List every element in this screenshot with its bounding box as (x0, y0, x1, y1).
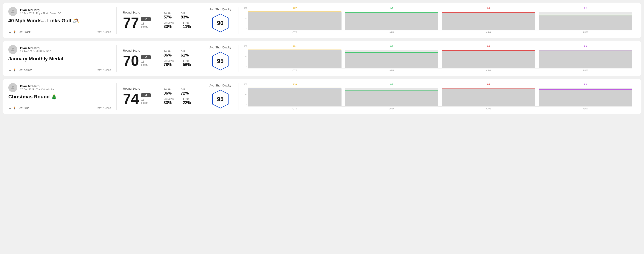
round-title: 40 Mph Winds... Links Golf 🪃 (8, 18, 111, 24)
chart-x-label: ARG (442, 107, 535, 110)
hex-score: 95 (217, 58, 224, 65)
data-source: Data: Arccos (96, 107, 111, 110)
chart-x-label: OTT (248, 107, 342, 110)
svg-point-4 (12, 86, 14, 88)
round-score-label: Round Score (123, 87, 151, 90)
card-quality: Avg Shot Quality 95 (202, 45, 238, 72)
chart-bar (539, 10, 632, 30)
card-quality: Avg Shot Quality 90 (202, 7, 238, 34)
tee-label: Tee: Yellow (18, 68, 32, 72)
card-score: Round Score 77 +5 18 Holes (116, 7, 157, 34)
card-stats: FW Hit 57% GIR 83% Up/Down 33% 1 Putt 11… (157, 7, 202, 34)
gir-label: GIR (181, 88, 189, 91)
stat-gir: GIR 83% (181, 12, 189, 20)
gir-value: 61% (181, 53, 189, 58)
card-chart: 100 50 0 101869699 (238, 45, 636, 72)
card-quality: Avg Shot Quality 95 (202, 83, 238, 110)
stat-one-putt: 1 Putt 56% (183, 59, 191, 67)
card-left: Blair McHarg 12 Feb 2022 · Royal North D… (8, 7, 116, 34)
fw-hit-value: 36% (164, 91, 172, 96)
card-stats: FW Hit 86% GIR 61% Up/Down 78% 1 Putt 56… (157, 45, 202, 72)
one-putt-value: 56% (183, 62, 191, 67)
holes-label: 18 Holes (141, 22, 151, 28)
round-title: January Monthly Medal (8, 56, 111, 62)
quality-label: Avg Shot Quality (209, 46, 231, 49)
score-number: 77 (123, 15, 139, 30)
tee-label: Tee: Black (18, 30, 30, 33)
stat-one-putt: 1 Putt 22% (183, 98, 191, 105)
bag-icon: 🏌 (13, 30, 17, 34)
tee-label: Tee: Blue (18, 107, 29, 110)
hex-score: 90 (217, 20, 224, 26)
chart-x-label: OTT (248, 31, 342, 34)
card-score: Round Score 74 +2 18 Holes (116, 83, 157, 110)
chart-bar (248, 49, 342, 68)
chart-bar (539, 49, 632, 68)
hex-score: 95 (217, 96, 224, 103)
player-info: Blair McHarg 12 Feb 2022 · Royal North D… (20, 8, 61, 15)
fw-hit-value: 57% (164, 15, 172, 20)
player-date: 27 Dec 2021 · The Oxfordshire (20, 88, 54, 91)
player-name: Blair McHarg (20, 8, 61, 12)
up-down-label: Up/Down (164, 59, 174, 62)
gir-value: 83% (181, 15, 189, 20)
bag-icon: 🏌 (13, 106, 17, 110)
gir-label: GIR (181, 50, 189, 53)
fw-hit-value: 86% (164, 53, 172, 58)
card-footer: ☁ 🏌 Tee: Yellow Data: Arccos (8, 68, 111, 72)
stat-row-top: FW Hit 86% GIR 61% (164, 50, 196, 58)
score-diff-badge: +5 (141, 17, 151, 21)
svg-point-0 (12, 10, 14, 11)
stat-row-bottom: Up/Down 33% 1 Putt 11% (164, 21, 196, 29)
score-number: 70 (123, 54, 139, 68)
chart-bar (345, 49, 438, 68)
score-badge: -2 18 Holes (141, 55, 151, 66)
stat-row-bottom: Up/Down 33% 1 Putt 22% (164, 98, 196, 105)
one-putt-label: 1 Putt (183, 98, 191, 100)
score-badge: +2 18 Holes (141, 93, 151, 105)
stat-gir: GIR 72% (181, 88, 189, 96)
round-card-round2: Blair McHarg 29 Jan 2022 · Mill Ride GCC… (3, 41, 641, 76)
chart-bar (248, 87, 342, 106)
player-header: Blair McHarg 29 Jan 2022 · Mill Ride GCC (8, 45, 111, 54)
card-chart: 100 50 0 110879593 (238, 83, 636, 110)
player-name: Blair McHarg (20, 84, 54, 88)
fw-hit-label: FW Hit (164, 12, 172, 15)
chart-x-label: PUTT (539, 31, 632, 34)
stat-row-top: FW Hit 36% GIR 72% (164, 88, 196, 96)
svg-point-2 (12, 48, 14, 50)
card-stats: FW Hit 36% GIR 72% Up/Down 33% 1 Putt 22… (157, 83, 202, 110)
tee-info: ☁ 🏌 Tee: Black (8, 30, 30, 34)
tee-info: ☁ 🏌 Tee: Blue (8, 106, 29, 110)
chart-x-label: ARG (442, 31, 535, 34)
weather-icon: ☁ (8, 106, 12, 110)
up-down-label: Up/Down (164, 98, 174, 100)
data-source: Data: Arccos (96, 68, 111, 72)
chart-bar (442, 10, 535, 30)
chart-x-label: PUTT (539, 107, 632, 110)
fw-hit-label: FW Hit (164, 50, 172, 53)
card-chart: 100 50 0 107959882 (238, 7, 636, 34)
card-score: Round Score 70 -2 18 Holes (116, 45, 157, 72)
one-putt-value: 11% (183, 24, 191, 29)
player-info: Blair McHarg 29 Jan 2022 · Mill Ride GCC (20, 46, 52, 53)
score-row: 77 +5 18 Holes (123, 15, 151, 30)
avatar (8, 45, 17, 54)
player-name: Blair McHarg (20, 46, 52, 50)
card-footer: ☁ 🏌 Tee: Black Data: Arccos (8, 30, 111, 34)
weather-icon: ☁ (8, 68, 12, 72)
one-putt-label: 1 Putt (183, 59, 191, 62)
card-left: Blair McHarg 29 Jan 2022 · Mill Ride GCC… (8, 45, 116, 72)
stat-fw-hit: FW Hit 86% (164, 50, 172, 58)
score-number: 74 (123, 92, 139, 106)
score-row: 74 +2 18 Holes (123, 92, 151, 106)
tee-info: ☁ 🏌 Tee: Yellow (8, 68, 32, 72)
one-putt-value: 22% (183, 101, 191, 105)
player-header: Blair McHarg 12 Feb 2022 · Royal North D… (8, 7, 111, 16)
chart-bar (248, 10, 342, 30)
card-footer: ☁ 🏌 Tee: Blue Data: Arccos (8, 106, 111, 110)
avatar (8, 83, 17, 92)
round-title: Christmas Round 🎄 (8, 94, 111, 100)
avatar (8, 7, 17, 16)
chart-bar (442, 49, 535, 68)
